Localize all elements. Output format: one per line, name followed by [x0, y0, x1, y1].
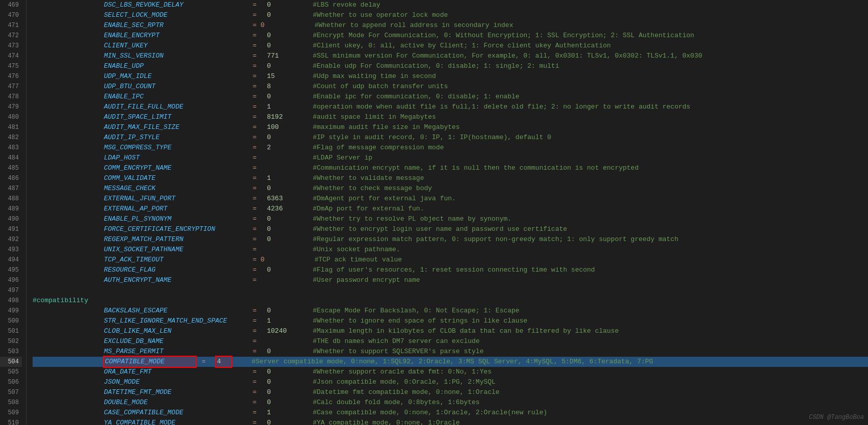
line-number-496: 496: [0, 275, 22, 285]
param-eq-489: =: [253, 204, 263, 214]
param-eq-475: =: [253, 61, 263, 71]
line-number-504: 504: [0, 357, 22, 367]
line-number-491: 491: [0, 224, 22, 234]
param-eq-508: =: [253, 397, 263, 408]
line-number-499: 499: [0, 306, 22, 316]
param-val-474: 771: [267, 51, 292, 61]
line-number-494: 494: [0, 255, 22, 265]
line-number-498: 498: [0, 296, 22, 306]
param-val-482: 0: [267, 132, 292, 143]
param-name-504: COMPATIBLE_MODE: [104, 357, 196, 367]
param-comment-489: #DmAp port for external fun.: [313, 204, 424, 214]
line-number-481: 481: [0, 122, 22, 132]
param-name-479: AUDIT_FILE_FULL_MODE: [104, 102, 247, 112]
param-val-510: 0: [267, 418, 292, 425]
param-eq-473: =: [253, 41, 263, 51]
code-line-492: REGEXP_MATCH_PATTERN=0#Regular expressio…: [33, 234, 868, 245]
param-comment-499: #Escape Mode For Backslash, 0: Not Escap…: [313, 306, 520, 316]
param-comment-476: #Udp max waiting time in second: [313, 71, 436, 82]
code-line-474: MIN_SSL_VERSION=771#SSL minimum version …: [33, 51, 868, 61]
param-name-493: UNIX_SOCKET_PATHNAME: [104, 245, 247, 255]
param-name-481: AUDIT_MAX_FILE_SIZE: [104, 122, 247, 132]
param-eq-503: =: [253, 347, 263, 357]
param-val-506: 0: [267, 377, 292, 387]
param-eq-484: =: [253, 153, 263, 163]
param-eq-482: =: [253, 132, 263, 143]
param-name-473: CLIENT_UKEY: [104, 41, 247, 51]
param-val-477: 8: [267, 82, 292, 92]
param-comment-479: #operation mode when audit file is full,…: [313, 102, 690, 112]
param-name-478: ENABLE_IPC: [104, 92, 247, 102]
param-comment-482: #IP style in audit record, 0: IP, 1: IP(…: [313, 132, 551, 143]
code-area[interactable]: DSC_LBS_REVOKE_DELAY=0#LBS revoke delayS…: [26, 0, 868, 425]
line-number-495: 495: [0, 265, 22, 275]
param-comment-487: #Whether to check message body: [313, 183, 432, 194]
param-name-496: AUTH_ENCRYPT_NAME: [104, 275, 247, 285]
param-comment-491: #Whether to encrypt login user name and …: [313, 224, 567, 234]
line-number-486: 486: [0, 173, 22, 183]
param-comment-481: #maximum audit file size in Megabytes: [313, 122, 460, 132]
param-comment-508: #Calc double fold mode, 0:8bytes, 1:6byt…: [313, 397, 480, 408]
param-val-478: 0: [267, 92, 292, 102]
param-comment-470: #Whether to use operator lock mode: [313, 10, 448, 20]
param-comment-504: #Server compatible mode, 0:none, 1:SQL92…: [252, 357, 653, 367]
param-name-508: DOUBLE_MODE: [104, 397, 247, 408]
code-line-497: [33, 285, 868, 296]
param-comment-473: #Client ukey, 0: all, active by Client; …: [313, 41, 611, 51]
line-number-507: 507: [0, 387, 22, 397]
line-number-510: 510: [0, 418, 22, 425]
param-val-480: 8192: [267, 112, 292, 122]
param-eq-481: =: [253, 122, 263, 132]
code-line-510: YA_COMPATIBLE_MODE=0#YA compatible mode,…: [33, 418, 868, 425]
param-name-474: MIN_SSL_VERSION: [104, 51, 247, 61]
line-number-474: 474: [0, 51, 22, 61]
code-line-504: COMPATIBLE_MODE=4#Server compatible mode…: [33, 357, 868, 367]
line-number-487: 487: [0, 183, 22, 194]
param-comment-484: #LDAP Server ip: [313, 153, 372, 163]
param-name-475: ENABLE_UDP: [104, 61, 247, 71]
param-val-495: 0: [267, 265, 292, 275]
code-line-482: AUDIT_IP_STYLE=0#IP style in audit recor…: [33, 132, 868, 143]
code-line-491: FORCE_CERTIFICATE_ENCRYPTION=0#Whether t…: [33, 224, 868, 234]
param-name-495: RESOURCE_FLAG: [104, 265, 247, 275]
param-comment-495: #Flag of user's resources, 1: reset sess…: [313, 265, 595, 275]
param-eq-493: =: [253, 245, 263, 255]
param-val-505: 0: [267, 367, 292, 377]
param-eq-483: =: [253, 143, 263, 153]
param-comment-492: #Regular expression match pattern, 0: su…: [313, 234, 679, 245]
watermark: CSDN @TangBoBoa: [809, 414, 864, 421]
param-eq-501: =: [253, 326, 263, 336]
code-line-494: TCP_ACK_TIMEOUT= 0#TCP ack timeout value: [33, 255, 868, 265]
code-line-508: DOUBLE_MODE=0#Calc double fold mode, 0:8…: [33, 397, 868, 408]
param-val-504: 4: [216, 357, 231, 367]
param-name-471: ENABLE_SEC_RPTR: [104, 20, 247, 31]
code-line-475: ENABLE_UDP=0#Enable udp For Communicatio…: [33, 61, 868, 71]
param-comment-483: #Flag of message compression mode: [313, 143, 444, 153]
param-comment-493: #Unix socket pathname.: [313, 245, 400, 255]
code-line-479: AUDIT_FILE_FULL_MODE=1#operation mode wh…: [33, 102, 868, 112]
param-val-483: 2: [267, 143, 292, 153]
line-number-492: 492: [0, 234, 22, 245]
param-eq-494: = 0: [253, 255, 264, 265]
code-line-478: ENABLE_IPC=0#Enable ipc for communicatio…: [33, 92, 868, 102]
param-eq-477: =: [253, 82, 263, 92]
param-eq-509: =: [253, 408, 263, 418]
code-line-469: DSC_LBS_REVOKE_DELAY=0#LBS revoke delay: [33, 0, 868, 10]
param-eq-505: =: [253, 367, 263, 377]
code-line-471: ENABLE_SEC_RPTR= 0#Whether to append rol…: [33, 20, 868, 31]
code-line-505: ORA_DATE_FMT=0#Whether support oracle da…: [33, 367, 868, 377]
param-name-487: MESSAGE_CHECK: [104, 183, 247, 194]
code-line-483: MSG_COMPRESS_TYPE=2#Flag of message comp…: [33, 143, 868, 153]
line-number-480: 480: [0, 112, 22, 122]
param-name-503: MS_PARSE_PERMIT: [104, 347, 247, 357]
param-name-507: DATETIME_FMT_MODE: [104, 387, 247, 397]
param-name-485: COMM_ENCRYPT_NAME: [104, 163, 247, 173]
param-comment-490: #Whether try to resolve PL object name b…: [313, 214, 511, 224]
line-number-473: 473: [0, 41, 22, 51]
param-comment-486: #Whether to validate message: [313, 173, 424, 183]
param-eq-474: =: [253, 51, 263, 61]
code-line-498: #compatibility: [33, 296, 868, 306]
param-name-486: COMM_VALIDATE: [104, 173, 247, 183]
param-name-483: MSG_COMPRESS_TYPE: [104, 143, 247, 153]
line-number-478: 478: [0, 92, 22, 102]
